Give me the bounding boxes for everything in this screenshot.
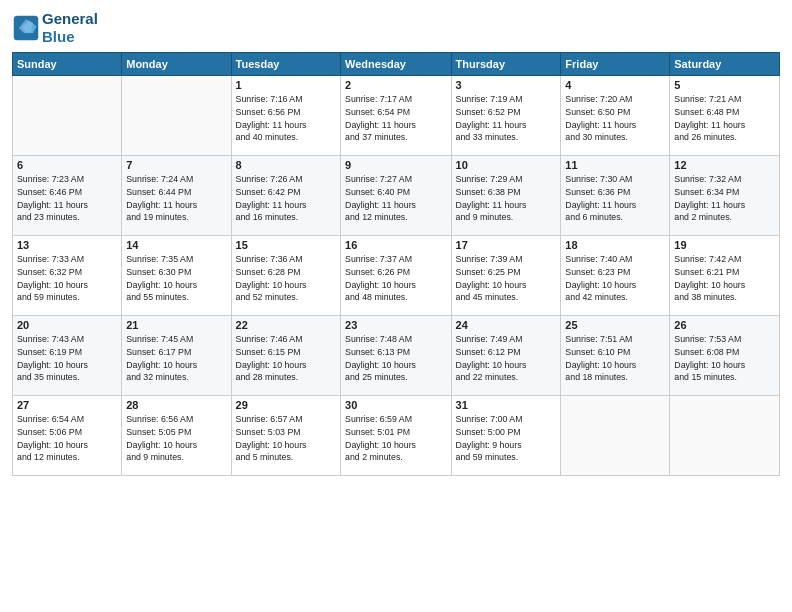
- weekday-header-tuesday: Tuesday: [231, 53, 340, 76]
- day-info: Sunrise: 7:30 AM Sunset: 6:36 PM Dayligh…: [565, 173, 665, 224]
- day-number: 16: [345, 239, 446, 251]
- day-number: 10: [456, 159, 557, 171]
- day-number: 25: [565, 319, 665, 331]
- day-number: 12: [674, 159, 775, 171]
- day-number: 24: [456, 319, 557, 331]
- week-row-5: 27Sunrise: 6:54 AM Sunset: 5:06 PM Dayli…: [13, 396, 780, 476]
- week-row-1: 1Sunrise: 7:16 AM Sunset: 6:56 PM Daylig…: [13, 76, 780, 156]
- day-number: 17: [456, 239, 557, 251]
- week-row-3: 13Sunrise: 7:33 AM Sunset: 6:32 PM Dayli…: [13, 236, 780, 316]
- day-info: Sunrise: 7:49 AM Sunset: 6:12 PM Dayligh…: [456, 333, 557, 384]
- day-cell: 7Sunrise: 7:24 AM Sunset: 6:44 PM Daylig…: [122, 156, 231, 236]
- header: General Blue: [12, 10, 780, 46]
- day-cell: 21Sunrise: 7:45 AM Sunset: 6:17 PM Dayli…: [122, 316, 231, 396]
- day-info: Sunrise: 7:29 AM Sunset: 6:38 PM Dayligh…: [456, 173, 557, 224]
- day-cell: 4Sunrise: 7:20 AM Sunset: 6:50 PM Daylig…: [561, 76, 670, 156]
- day-info: Sunrise: 7:23 AM Sunset: 6:46 PM Dayligh…: [17, 173, 117, 224]
- day-cell: 17Sunrise: 7:39 AM Sunset: 6:25 PM Dayli…: [451, 236, 561, 316]
- day-info: Sunrise: 7:20 AM Sunset: 6:50 PM Dayligh…: [565, 93, 665, 144]
- day-cell: 28Sunrise: 6:56 AM Sunset: 5:05 PM Dayli…: [122, 396, 231, 476]
- day-info: Sunrise: 7:32 AM Sunset: 6:34 PM Dayligh…: [674, 173, 775, 224]
- day-cell: 26Sunrise: 7:53 AM Sunset: 6:08 PM Dayli…: [670, 316, 780, 396]
- logo-general: General: [42, 10, 98, 28]
- day-number: 20: [17, 319, 117, 331]
- day-cell: 10Sunrise: 7:29 AM Sunset: 6:38 PM Dayli…: [451, 156, 561, 236]
- day-info: Sunrise: 7:48 AM Sunset: 6:13 PM Dayligh…: [345, 333, 446, 384]
- day-number: 5: [674, 79, 775, 91]
- day-number: 18: [565, 239, 665, 251]
- day-cell: 20Sunrise: 7:43 AM Sunset: 6:19 PM Dayli…: [13, 316, 122, 396]
- day-cell: 6Sunrise: 7:23 AM Sunset: 6:46 PM Daylig…: [13, 156, 122, 236]
- day-cell: 29Sunrise: 6:57 AM Sunset: 5:03 PM Dayli…: [231, 396, 340, 476]
- day-cell: 23Sunrise: 7:48 AM Sunset: 6:13 PM Dayli…: [341, 316, 451, 396]
- day-number: 2: [345, 79, 446, 91]
- day-cell: [13, 76, 122, 156]
- day-cell: 30Sunrise: 6:59 AM Sunset: 5:01 PM Dayli…: [341, 396, 451, 476]
- day-number: 7: [126, 159, 226, 171]
- day-cell: 19Sunrise: 7:42 AM Sunset: 6:21 PM Dayli…: [670, 236, 780, 316]
- day-info: Sunrise: 7:39 AM Sunset: 6:25 PM Dayligh…: [456, 253, 557, 304]
- day-cell: 16Sunrise: 7:37 AM Sunset: 6:26 PM Dayli…: [341, 236, 451, 316]
- day-info: Sunrise: 7:53 AM Sunset: 6:08 PM Dayligh…: [674, 333, 775, 384]
- day-number: 27: [17, 399, 117, 411]
- weekday-header-sunday: Sunday: [13, 53, 122, 76]
- day-info: Sunrise: 7:24 AM Sunset: 6:44 PM Dayligh…: [126, 173, 226, 224]
- day-info: Sunrise: 7:16 AM Sunset: 6:56 PM Dayligh…: [236, 93, 336, 144]
- week-row-2: 6Sunrise: 7:23 AM Sunset: 6:46 PM Daylig…: [13, 156, 780, 236]
- day-info: Sunrise: 7:27 AM Sunset: 6:40 PM Dayligh…: [345, 173, 446, 224]
- day-number: 28: [126, 399, 226, 411]
- day-info: Sunrise: 7:33 AM Sunset: 6:32 PM Dayligh…: [17, 253, 117, 304]
- day-info: Sunrise: 7:45 AM Sunset: 6:17 PM Dayligh…: [126, 333, 226, 384]
- day-number: 30: [345, 399, 446, 411]
- day-number: 31: [456, 399, 557, 411]
- weekday-header-friday: Friday: [561, 53, 670, 76]
- day-info: Sunrise: 6:54 AM Sunset: 5:06 PM Dayligh…: [17, 413, 117, 464]
- calendar-table: SundayMondayTuesdayWednesdayThursdayFrid…: [12, 52, 780, 476]
- day-info: Sunrise: 7:36 AM Sunset: 6:28 PM Dayligh…: [236, 253, 336, 304]
- day-number: 11: [565, 159, 665, 171]
- day-number: 14: [126, 239, 226, 251]
- weekday-header-wednesday: Wednesday: [341, 53, 451, 76]
- day-cell: 24Sunrise: 7:49 AM Sunset: 6:12 PM Dayli…: [451, 316, 561, 396]
- day-number: 29: [236, 399, 336, 411]
- day-number: 4: [565, 79, 665, 91]
- day-cell: 22Sunrise: 7:46 AM Sunset: 6:15 PM Dayli…: [231, 316, 340, 396]
- header-row: SundayMondayTuesdayWednesdayThursdayFrid…: [13, 53, 780, 76]
- day-cell: 14Sunrise: 7:35 AM Sunset: 6:30 PM Dayli…: [122, 236, 231, 316]
- day-info: Sunrise: 7:00 AM Sunset: 5:00 PM Dayligh…: [456, 413, 557, 464]
- day-info: Sunrise: 7:40 AM Sunset: 6:23 PM Dayligh…: [565, 253, 665, 304]
- day-number: 23: [345, 319, 446, 331]
- weekday-header-saturday: Saturday: [670, 53, 780, 76]
- day-info: Sunrise: 7:19 AM Sunset: 6:52 PM Dayligh…: [456, 93, 557, 144]
- day-number: 15: [236, 239, 336, 251]
- day-cell: 31Sunrise: 7:00 AM Sunset: 5:00 PM Dayli…: [451, 396, 561, 476]
- day-number: 9: [345, 159, 446, 171]
- logo-blue: Blue: [42, 28, 98, 46]
- day-info: Sunrise: 7:17 AM Sunset: 6:54 PM Dayligh…: [345, 93, 446, 144]
- day-number: 6: [17, 159, 117, 171]
- day-cell: 8Sunrise: 7:26 AM Sunset: 6:42 PM Daylig…: [231, 156, 340, 236]
- day-cell: 13Sunrise: 7:33 AM Sunset: 6:32 PM Dayli…: [13, 236, 122, 316]
- day-cell: [670, 396, 780, 476]
- day-info: Sunrise: 6:59 AM Sunset: 5:01 PM Dayligh…: [345, 413, 446, 464]
- day-cell: 27Sunrise: 6:54 AM Sunset: 5:06 PM Dayli…: [13, 396, 122, 476]
- weekday-header-monday: Monday: [122, 53, 231, 76]
- day-cell: 9Sunrise: 7:27 AM Sunset: 6:40 PM Daylig…: [341, 156, 451, 236]
- week-row-4: 20Sunrise: 7:43 AM Sunset: 6:19 PM Dayli…: [13, 316, 780, 396]
- day-info: Sunrise: 7:21 AM Sunset: 6:48 PM Dayligh…: [674, 93, 775, 144]
- day-number: 22: [236, 319, 336, 331]
- day-cell: [122, 76, 231, 156]
- day-number: 19: [674, 239, 775, 251]
- day-info: Sunrise: 7:35 AM Sunset: 6:30 PM Dayligh…: [126, 253, 226, 304]
- day-cell: 11Sunrise: 7:30 AM Sunset: 6:36 PM Dayli…: [561, 156, 670, 236]
- logo: General Blue: [12, 10, 98, 46]
- day-number: 26: [674, 319, 775, 331]
- day-info: Sunrise: 7:43 AM Sunset: 6:19 PM Dayligh…: [17, 333, 117, 384]
- day-info: Sunrise: 7:26 AM Sunset: 6:42 PM Dayligh…: [236, 173, 336, 224]
- day-cell: 12Sunrise: 7:32 AM Sunset: 6:34 PM Dayli…: [670, 156, 780, 236]
- day-number: 21: [126, 319, 226, 331]
- day-info: Sunrise: 7:51 AM Sunset: 6:10 PM Dayligh…: [565, 333, 665, 384]
- day-number: 13: [17, 239, 117, 251]
- weekday-header-thursday: Thursday: [451, 53, 561, 76]
- day-info: Sunrise: 6:57 AM Sunset: 5:03 PM Dayligh…: [236, 413, 336, 464]
